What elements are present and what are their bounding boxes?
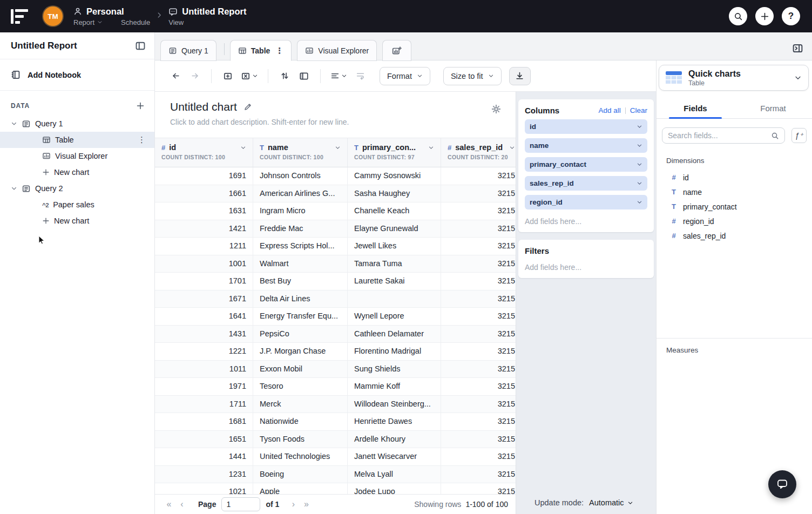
- collapse-sidebar-button[interactable]: [135, 40, 146, 51]
- cell-primary-contact[interactable]: Florentino Madrigal: [348, 343, 441, 360]
- cell-primary-contact[interactable]: Sasha Haughey: [348, 185, 441, 202]
- cell-id[interactable]: 1691: [155, 167, 253, 185]
- tab-fields[interactable]: Fields: [657, 98, 734, 118]
- undo-button[interactable]: [166, 66, 185, 86]
- table-row[interactable]: 1631 Ingram Micro Chanelle Keach 3215: [155, 202, 516, 220]
- cell-name[interactable]: PepsiCo: [253, 326, 348, 343]
- column-pill[interactable]: primary_contact: [525, 157, 647, 172]
- cell-id[interactable]: 1671: [155, 290, 253, 308]
- table-row[interactable]: 1691 Johnson Controls Cammy Sosnowski 32…: [155, 167, 516, 185]
- freeze-column-button[interactable]: [294, 66, 314, 86]
- cell-sales-rep-id[interactable]: 3215: [441, 431, 516, 448]
- cell-primary-contact[interactable]: Chanelle Keach: [348, 202, 441, 220]
- chevron-down-icon[interactable]: [335, 145, 341, 151]
- cell-primary-contact[interactable]: Jewell Likes: [348, 238, 441, 255]
- cell-name[interactable]: Delta Air Lines: [253, 290, 348, 308]
- quick-charts-selector[interactable]: Quick charts Table: [659, 65, 809, 91]
- cell-name[interactable]: J.P. Morgan Chase: [253, 343, 348, 360]
- cell-name[interactable]: Boeing: [253, 466, 348, 483]
- table-row[interactable]: 1431 PepsiCo Cathleen Delamater 3215: [155, 326, 516, 343]
- table-row[interactable]: 1421 Freddie Mac Elayne Grunewald 3215: [155, 220, 516, 238]
- cell-name[interactable]: Walmart: [253, 255, 348, 273]
- chart-settings-button[interactable]: [491, 104, 502, 114]
- cell-name[interactable]: Merck: [253, 396, 348, 413]
- first-page-button[interactable]: [163, 497, 175, 511]
- cell-primary-contact[interactable]: Melva Lyall: [348, 466, 441, 483]
- app-logo-icon[interactable]: [11, 8, 29, 25]
- clear-link[interactable]: Clear: [630, 106, 647, 114]
- cell-name[interactable]: Ingram Micro: [253, 202, 348, 220]
- table-row[interactable]: 1681 Nationwide Henriette Dawes 3215: [155, 413, 516, 431]
- column-pill[interactable]: sales_rep_id: [525, 176, 647, 191]
- cell-primary-contact[interactable]: Willodean Steinberg...: [348, 396, 441, 413]
- field-item[interactable]: # region_id: [657, 214, 812, 228]
- cell-sales-rep-id[interactable]: 3215: [441, 220, 516, 238]
- format-button[interactable]: Format: [380, 67, 430, 85]
- download-button[interactable]: [509, 67, 531, 85]
- cell-id[interactable]: 1001: [155, 255, 253, 273]
- columns-drop-zone[interactable]: Add fields here...: [525, 217, 647, 226]
- chevron-down-icon[interactable]: [637, 180, 642, 186]
- sidebar-item-query-1[interactable]: Query 1: [0, 116, 154, 132]
- chevron-down-icon[interactable]: [637, 124, 642, 130]
- cell-name[interactable]: Energy Transfer Equ...: [253, 308, 348, 325]
- cell-name[interactable]: Tyson Foods: [253, 431, 348, 448]
- kebab-icon[interactable]: [138, 135, 146, 145]
- chevron-down-icon[interactable]: [637, 143, 642, 148]
- cell-sales-rep-id[interactable]: 3215: [441, 343, 516, 360]
- table-row[interactable]: 1671 Delta Air Lines 3215: [155, 290, 516, 308]
- cell-primary-contact[interactable]: Mammie Koff: [348, 378, 441, 395]
- user-avatar[interactable]: TM: [43, 6, 63, 26]
- sidebar-item-new-chart-1[interactable]: New chart: [0, 164, 154, 180]
- next-page-button[interactable]: [287, 497, 300, 511]
- cell-primary-contact[interactable]: Ardelle Khoury: [348, 431, 441, 448]
- view-menu[interactable]: View: [168, 18, 184, 26]
- remove-column-button[interactable]: [238, 66, 261, 86]
- table-row[interactable]: 1711 Merck Willodean Steinberg... 3215: [155, 396, 516, 414]
- wrap-text-button[interactable]: [350, 66, 370, 86]
- table-row[interactable]: 1001 Walmart Tamara Tuma 3215: [155, 255, 516, 273]
- cell-name[interactable]: Johnson Controls: [253, 167, 348, 185]
- field-item[interactable]: # sales_rep_id: [657, 228, 812, 243]
- cell-name[interactable]: Best Buy: [253, 273, 348, 290]
- add-formula-button[interactable]: [791, 128, 807, 143]
- column-pill[interactable]: region_id: [525, 195, 647, 209]
- cell-id[interactable]: 1971: [155, 378, 253, 395]
- sidebar-item-paper-sales[interactable]: Paper sales: [0, 197, 154, 213]
- add-notebook-button[interactable]: Add Notebook: [0, 59, 154, 91]
- sidebar-item-query-2[interactable]: Query 2: [0, 180, 154, 197]
- field-item[interactable]: T primary_contact: [657, 199, 812, 214]
- help-button[interactable]: ?: [782, 7, 800, 25]
- cell-id[interactable]: 1711: [155, 396, 253, 413]
- cell-primary-contact[interactable]: Tamara Tuma: [348, 255, 441, 273]
- field-item[interactable]: T name: [657, 185, 812, 199]
- column-header[interactable]: T primary_con... COUNT DISTINCT: 97: [348, 138, 441, 167]
- chevron-down-icon[interactable]: [240, 145, 246, 151]
- cell-id[interactable]: 1681: [155, 413, 253, 430]
- edit-title-pencil-icon[interactable]: [243, 103, 252, 111]
- cell-sales-rep-id[interactable]: 3215: [441, 378, 516, 395]
- cell-id[interactable]: 1701: [155, 273, 253, 290]
- cell-id[interactable]: 1641: [155, 308, 253, 325]
- table-row[interactable]: 1661 American Airlines G... Sasha Haughe…: [155, 185, 516, 203]
- last-page-button[interactable]: [300, 497, 313, 511]
- filters-drop-zone[interactable]: Add fields here...: [525, 263, 647, 272]
- cell-id[interactable]: 1651: [155, 431, 253, 448]
- cell-sales-rep-id[interactable]: 3215: [441, 290, 516, 308]
- cell-primary-contact[interactable]: Sung Shields: [348, 361, 441, 378]
- column-header[interactable]: T name COUNT DISTINCT: 100: [253, 138, 348, 167]
- cell-id[interactable]: 1421: [155, 220, 253, 238]
- size-to-fit-button[interactable]: Size to fit: [443, 67, 502, 85]
- table-row[interactable]: 1011 Exxon Mobil Sung Shields 3215: [155, 361, 516, 378]
- cell-primary-contact[interactable]: Janett Wisecarver: [348, 448, 441, 465]
- cell-name[interactable]: Tesoro: [253, 378, 348, 395]
- new-chart-tab-button[interactable]: [382, 40, 411, 61]
- cell-sales-rep-id[interactable]: 3215: [441, 413, 516, 430]
- cell-sales-rep-id[interactable]: 3215: [441, 466, 516, 483]
- table-row[interactable]: 1641 Energy Transfer Equ... Wynell Lepor…: [155, 308, 516, 326]
- cell-primary-contact[interactable]: Laurette Sakai: [348, 273, 441, 290]
- update-mode-select[interactable]: Automatic: [589, 498, 633, 507]
- tab-query-1[interactable]: Query 1: [160, 40, 216, 61]
- cell-primary-contact[interactable]: [348, 290, 441, 308]
- sidebar-item-new-chart-2[interactable]: New chart: [0, 213, 154, 229]
